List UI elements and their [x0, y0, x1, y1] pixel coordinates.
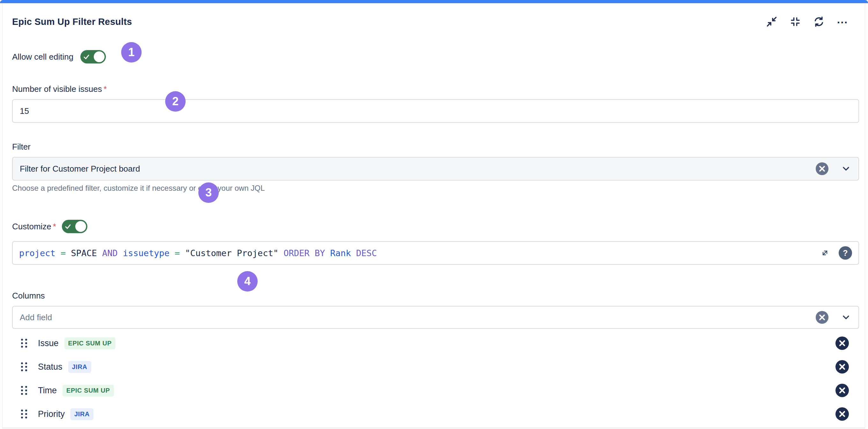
exit-fullscreen-icon[interactable]: [789, 16, 801, 27]
help-icon[interactable]: ?: [839, 246, 852, 259]
step-badge-2: 2: [165, 91, 186, 112]
columns-list: Issue EPIC SUM UP Status JIRA: [12, 331, 854, 426]
column-name: Issue: [38, 338, 59, 348]
column-row-status: Status JIRA: [12, 355, 854, 378]
gadget-panel: 1 2 3 4 Epic Sum Up Filter Results: [0, 0, 868, 429]
drag-handle-icon[interactable]: [21, 362, 27, 371]
toggle-knob: [75, 221, 86, 232]
column-row-time: Time EPIC SUM UP: [12, 378, 854, 402]
allow-cell-editing-label: Allow cell editing: [12, 52, 73, 62]
jql-token: =: [175, 248, 180, 258]
step-badge-4: 4: [237, 271, 258, 292]
column-name: Status: [38, 362, 62, 372]
jql-token: =: [61, 248, 66, 258]
epic-sum-up-card: 1 2 3 4 Epic Sum Up Filter Results: [2, 3, 865, 428]
jql-token: project: [19, 248, 56, 258]
chevron-down-icon[interactable]: [841, 163, 851, 174]
source-badge-jira: JIRA: [68, 361, 91, 373]
toggle-knob: [94, 51, 104, 62]
chevron-down-icon[interactable]: [841, 312, 851, 323]
more-options-icon[interactable]: ...: [837, 16, 848, 27]
panel-header: Epic Sum Up Filter Results ...: [12, 3, 854, 27]
panel-actions: ...: [766, 16, 854, 27]
jql-token: DESC: [356, 248, 377, 258]
add-field-clear-icon[interactable]: [816, 311, 829, 324]
customize-toggle[interactable]: [62, 220, 87, 233]
drag-handle-icon[interactable]: [21, 339, 27, 348]
expand-icon[interactable]: [819, 247, 830, 258]
filter-label: Filter: [12, 142, 854, 152]
filter-help-text: Choose a predefined filter, customize it…: [12, 184, 854, 193]
jql-token: AND: [102, 248, 118, 258]
jql-token: SPACE: [71, 248, 97, 258]
filter-select[interactable]: Filter for Customer Project board: [12, 157, 859, 181]
page-title: Epic Sum Up Filter Results: [12, 17, 132, 27]
jql-editor[interactable]: project = SPACE AND issuetype = "Custome…: [12, 241, 859, 265]
columns-label: Columns: [12, 291, 854, 301]
add-field-input[interactable]: Add field: [12, 306, 859, 329]
visible-issues-label-text: Number of visible issues: [12, 84, 102, 94]
jql-token: Rank: [330, 248, 351, 258]
source-badge-jira: JIRA: [70, 408, 93, 420]
column-row-issue: Issue EPIC SUM UP: [12, 331, 854, 355]
visible-issues-value: 15: [20, 106, 29, 116]
remove-column-icon[interactable]: [835, 384, 849, 397]
filter-clear-icon[interactable]: [816, 162, 829, 175]
jql-query-text: project = SPACE AND issuetype = "Custome…: [19, 248, 819, 258]
jql-token: issuetype: [123, 248, 169, 258]
remove-column-icon[interactable]: [835, 337, 849, 350]
jql-token: "Customer Project": [185, 248, 278, 258]
filter-selected-value: Filter for Customer Project board: [20, 164, 816, 174]
drag-handle-icon[interactable]: [21, 386, 27, 395]
visible-issues-label: Number of visible issues*: [12, 84, 854, 94]
column-name: Priority: [38, 409, 65, 419]
customize-label: Customize*: [12, 222, 56, 232]
refresh-icon[interactable]: [813, 16, 825, 27]
required-asterisk: *: [53, 222, 56, 231]
allow-cell-editing-toggle[interactable]: [80, 50, 106, 63]
customize-row: Customize*: [12, 217, 854, 235]
drag-handle-icon[interactable]: [21, 409, 27, 419]
remove-column-icon[interactable]: [835, 360, 849, 373]
required-asterisk: *: [104, 84, 107, 94]
source-badge-epic-sum-up: EPIC SUM UP: [64, 337, 116, 349]
panel-accent-bar: [0, 0, 868, 3]
step-badge-1: 1: [121, 42, 142, 63]
source-badge-epic-sum-up: EPIC SUM UP: [62, 385, 114, 396]
visible-issues-input[interactable]: 15: [12, 99, 859, 123]
remove-column-icon[interactable]: [835, 407, 849, 421]
collapse-diagonal-icon[interactable]: [766, 16, 777, 27]
jql-token: ORDER BY: [283, 248, 325, 258]
add-field-placeholder: Add field: [20, 313, 816, 323]
column-row-priority: Priority JIRA: [12, 402, 854, 426]
customize-label-text: Customize: [12, 222, 51, 231]
step-badge-3: 3: [198, 182, 219, 203]
column-name: Time: [38, 386, 57, 396]
